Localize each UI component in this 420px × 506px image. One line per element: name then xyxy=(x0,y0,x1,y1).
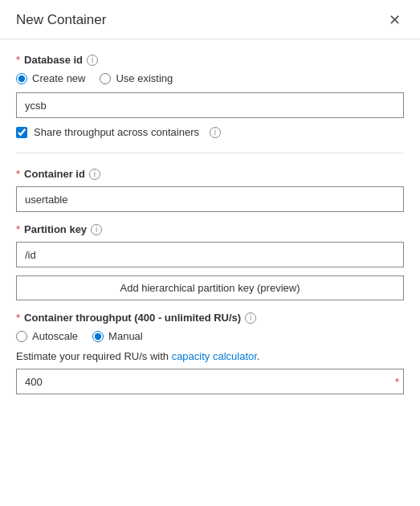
autoscale-label: Autoscale xyxy=(32,330,78,342)
autoscale-radio[interactable] xyxy=(16,331,27,342)
database-id-label: * Database id i xyxy=(16,54,404,66)
throughput-required-star: * xyxy=(16,312,20,324)
partition-key-label-text: Partition key xyxy=(24,223,87,235)
partition-key-section: * Partition key i Add hierarchical parti… xyxy=(16,223,404,300)
throughput-label-text: Container throughput (400 - unlimited RU… xyxy=(24,312,241,324)
database-id-section: * Database id i Create new Use existing … xyxy=(16,54,404,138)
throughput-input[interactable] xyxy=(16,369,404,394)
throughput-section: * Container throughput (400 - unlimited … xyxy=(16,312,404,394)
use-existing-radio-option[interactable]: Use existing xyxy=(100,72,173,84)
database-type-radio-group: Create new Use existing xyxy=(16,72,404,84)
database-id-info-icon[interactable]: i xyxy=(87,55,98,66)
container-id-required-star: * xyxy=(16,168,20,180)
container-id-label: * Container id i xyxy=(16,168,404,180)
manual-radio[interactable] xyxy=(92,331,104,342)
container-id-input[interactable] xyxy=(16,186,404,212)
estimate-row: Estimate your required RU/s with capacit… xyxy=(16,350,404,362)
capacity-calculator-link[interactable]: capacity calculator xyxy=(172,350,257,362)
throughput-input-star: * xyxy=(395,376,399,388)
throughput-label: * Container throughput (400 - unlimited … xyxy=(16,312,404,324)
close-button[interactable]: ✕ xyxy=(385,11,404,29)
use-existing-radio[interactable] xyxy=(100,73,111,84)
use-existing-label: Use existing xyxy=(116,72,173,84)
throughput-info-icon[interactable]: i xyxy=(245,312,256,324)
partition-key-label: * Partition key i xyxy=(16,223,404,235)
estimate-text: Estimate your required RU/s with xyxy=(16,350,172,362)
share-throughput-label: Share throughput across containers xyxy=(34,126,199,138)
throughput-radio-group: Autoscale Manual xyxy=(16,330,404,342)
partition-key-input[interactable] xyxy=(16,242,404,267)
section-divider xyxy=(16,153,404,153)
share-throughput-checkbox[interactable] xyxy=(16,127,27,138)
share-throughput-row: Share throughput across containers i xyxy=(16,126,404,138)
throughput-input-wrapper: * xyxy=(16,369,404,394)
manual-radio-option[interactable]: Manual xyxy=(92,330,143,342)
dialog-body: * Database id i Create new Use existing … xyxy=(0,39,420,422)
manual-label: Manual xyxy=(108,330,143,342)
dialog-header: New Container ✕ xyxy=(0,0,420,39)
autoscale-radio-option[interactable]: Autoscale xyxy=(16,330,78,342)
share-throughput-info-icon[interactable]: i xyxy=(210,127,221,138)
create-new-radio[interactable] xyxy=(16,73,27,84)
database-id-required-star: * xyxy=(16,54,20,66)
container-id-section: * Container id i xyxy=(16,168,404,212)
database-id-input[interactable] xyxy=(16,92,404,118)
create-new-label: Create new xyxy=(32,72,85,84)
add-partition-key-button[interactable]: Add hierarchical partition key (preview) xyxy=(16,275,404,300)
container-id-info-icon[interactable]: i xyxy=(89,169,100,180)
partition-key-info-icon[interactable]: i xyxy=(91,224,102,235)
new-container-dialog: New Container ✕ * Database id i Create n… xyxy=(0,0,420,506)
create-new-radio-option[interactable]: Create new xyxy=(16,72,85,84)
estimate-suffix: . xyxy=(257,350,260,362)
dialog-title: New Container xyxy=(16,12,106,28)
container-id-label-text: Container id xyxy=(24,168,85,180)
partition-key-required-star: * xyxy=(16,223,20,235)
database-id-label-text: Database id xyxy=(24,54,83,66)
